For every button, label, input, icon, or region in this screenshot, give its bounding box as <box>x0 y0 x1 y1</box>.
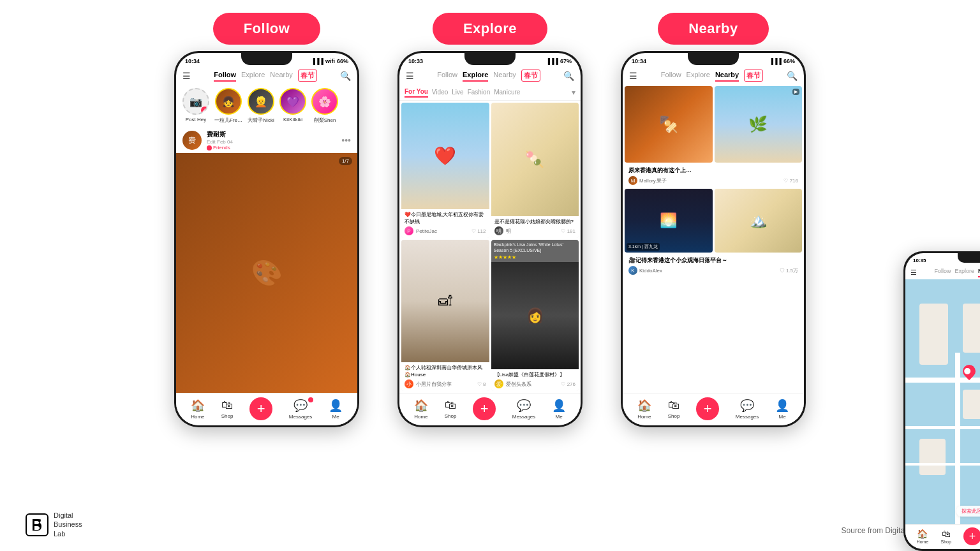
map-home-label: Home <box>917 540 929 544</box>
filter-for-you[interactable]: For You <box>405 87 428 98</box>
story-2[interactable]: 👱 大晴子Nicki <box>248 88 274 124</box>
explore-card-1[interactable]: ❤️ ❤️今日墨尼地城,大年初五祝你有爱不缺钱 P PetiteJac ♡ 11… <box>401 103 489 238</box>
nearby-add-button[interactable]: + <box>696 397 719 420</box>
story-name-2: 大晴子Nicki <box>248 117 274 124</box>
explore-bottom-home[interactable]: 🏠 Home <box>414 399 428 420</box>
nearby-bottom-home[interactable]: 🏠 Home <box>637 399 651 420</box>
explore-card-2[interactable]: 🍡 是不是獾花猫小姑娘都尖嘴猴腮的? 明 明 ♡ 181 <box>491 103 579 238</box>
explore-shop-icon: 🛍 <box>445 399 456 412</box>
map-notch <box>958 251 980 263</box>
bottom-tab-me[interactable]: 👤 Me <box>329 399 343 420</box>
explore-add-button[interactable]: + <box>473 397 496 420</box>
nearby-phones-group: 10:34 ▐▐▐ 66% ☰ Follow Explore Nearby <box>621 51 806 427</box>
map-road-h3 <box>905 463 980 466</box>
explore-grid: ❤️ ❤️今日墨尼地城,大年初五祝你有爱不缺钱 P PetiteJac ♡ 11… <box>399 101 581 393</box>
map-tab-follow[interactable]: Follow <box>934 268 951 277</box>
logo-line1: Digital <box>54 511 82 520</box>
nearby-nav-tabs: Follow Explore Nearby 春节 <box>641 70 783 82</box>
nearby-status-right: ▐▐▐ 66% <box>769 58 795 64</box>
explore-nav-bar: ☰ Follow Explore Nearby 春节 🔍 <box>399 67 581 84</box>
nearby-card-1-info: 原来香港真的有这个上… M Mallory.果子 ♡ 716 <box>625 165 802 187</box>
explore-menu-icon[interactable]: ☰ <box>406 71 414 81</box>
map-menu-icon[interactable]: ☰ <box>910 268 917 277</box>
explore-bottom-messages[interactable]: 💬 Messages <box>512 399 535 420</box>
nearby-tab-explore[interactable]: Explore <box>687 70 710 82</box>
filter-video[interactable]: Video <box>432 87 448 97</box>
nearby-bottom-messages[interactable]: 💬 Messages <box>736 399 759 420</box>
explore-tab-explore[interactable]: Explore <box>463 70 488 82</box>
explore-username-3: 小黑片自我分享 <box>416 381 475 388</box>
explore-card-meta-4: 爱 爱创头条系 ♡ 276 <box>494 379 576 388</box>
nav-tabs: Follow Explore Nearby 春节 <box>195 70 336 82</box>
spring-festival-badge[interactable]: 春节 <box>298 70 317 82</box>
map-nav-bar: ☰ Follow Explore Nearby 春节 🔍 <box>905 266 980 279</box>
filter-fashion[interactable]: Fashion <box>468 87 491 97</box>
home-label: Home <box>191 414 204 420</box>
tab-nearby[interactable]: Nearby <box>270 70 292 82</box>
explore-likes-4: ♡ 276 <box>561 381 575 387</box>
story-4[interactable]: 🌸 削梨Shen <box>311 88 338 124</box>
bottom-tab-messages[interactable]: 💬 Messages <box>289 399 312 420</box>
map-explore-area-button[interactable]: 探索此区域 •• <box>956 506 980 517</box>
explore-bottom-shop[interactable]: 🛍 Shop <box>445 399 457 419</box>
explore-search-icon[interactable]: 🔍 <box>563 71 574 81</box>
map-bottom-shop[interactable]: 🛍 Shop <box>940 529 951 544</box>
map-tab-explore[interactable]: Explore <box>954 268 974 277</box>
explore-me-label: Me <box>556 414 563 420</box>
nearby-username-1: Mallory.果子 <box>639 177 782 184</box>
bottom-tab-home[interactable]: 🏠 Home <box>191 399 205 420</box>
menu-icon[interactable]: ☰ <box>182 71 191 81</box>
explore-card-title-4: 【Lisa加盟《白莲花度假村》】 <box>494 372 576 378</box>
filter-live[interactable]: Live <box>452 87 463 97</box>
add-story-badge: + <box>200 106 209 115</box>
post-menu-icon[interactable]: ••• <box>341 135 351 145</box>
explore-card-4[interactable]: Blackpink's Lisa Joins 'White Lotus' Sea… <box>491 240 579 391</box>
map-bottom-home[interactable]: 🏠 Home <box>917 529 929 544</box>
map-home-icon: 🏠 <box>917 529 928 539</box>
post-image-content: 🎨 <box>176 153 357 393</box>
explore-card-info-1: ❤️今日墨尼地城,大年初五祝你有爱不缺钱 P PetiteJac ♡ 112 <box>401 209 489 238</box>
friend-dot-icon <box>207 145 212 151</box>
explore-card-title-2: 是不是獾花猫小姑娘都尖嘴猴腮的? <box>494 219 576 225</box>
nearby-top-img-1: 🍢 <box>625 86 713 163</box>
explore-tab-nearby[interactable]: Nearby <box>493 70 516 82</box>
nearby-tab-follow[interactable]: Follow <box>661 70 681 82</box>
messages-icon: 💬 <box>293 399 308 413</box>
map-road-h2 <box>905 426 980 429</box>
nearby-likes-1: ♡ 716 <box>783 178 798 184</box>
search-icon[interactable]: 🔍 <box>340 71 351 81</box>
filter-manicure[interactable]: Manicure <box>494 87 520 97</box>
nearby-menu-icon[interactable]: ☰ <box>629 71 637 81</box>
explore-card-3[interactable]: 🛋 🏠个人转租深圳南山华侨城原木风🏠House 小 小黑片自我分享 ♡ 8 <box>401 240 489 391</box>
map-add-button[interactable]: + <box>963 527 980 545</box>
story-1[interactable]: 👧 一粒儿Freshk <box>214 88 242 124</box>
map-shop-label: Shop <box>940 540 951 544</box>
map-content: 🧧 ⊕ ☰ • 探索此区域 •• <box>905 279 980 524</box>
explore-bottom-me[interactable]: 👤 Me <box>552 399 566 420</box>
story-avatar-3: 💜 <box>279 88 306 115</box>
nearby-tab-nearby[interactable]: Nearby <box>715 70 739 82</box>
nearby-bottom-me[interactable]: 👤 Me <box>775 399 789 420</box>
explore-username-4: 爱创头条系 <box>506 381 559 388</box>
tab-follow[interactable]: Follow <box>214 70 236 82</box>
story-post-hey[interactable]: 📷 + Post Hey <box>182 88 209 124</box>
explore-tab-follow[interactable]: Follow <box>437 70 457 82</box>
nearby-feed: 🍢 🌿 ▶ 原来香港真的有这个上… M Mallory.果子 <box>623 84 804 393</box>
nearby-spring-festival[interactable]: 春节 <box>744 70 763 82</box>
add-post-button[interactable]: + <box>249 397 272 420</box>
explore-card-img-3: 🛋 <box>401 240 489 362</box>
notification-dot <box>308 397 313 402</box>
map-status-time: 10:35 <box>913 258 926 263</box>
nearby-bottom-shop[interactable]: 🛍 Shop <box>668 399 680 419</box>
explore-home-icon: 🏠 <box>414 399 428 413</box>
bottom-tab-shop[interactable]: 🛍 Shop <box>221 399 234 419</box>
explore-card-info-4: 【Lisa加盟《白莲花度假村》】 爱 爱创头条系 ♡ 276 <box>491 369 579 391</box>
tab-explore[interactable]: Explore <box>241 70 265 82</box>
nearby-search-icon[interactable]: 🔍 <box>787 71 798 81</box>
story-3[interactable]: 💜 KitKitkiki <box>279 88 306 124</box>
nearby-messages-label: Messages <box>736 414 759 420</box>
nearby-battery: 66% <box>783 58 795 64</box>
map-land-4 <box>919 439 945 476</box>
filter-more-icon[interactable]: ▾ <box>572 88 575 97</box>
explore-spring-festival[interactable]: 春节 <box>521 70 540 82</box>
